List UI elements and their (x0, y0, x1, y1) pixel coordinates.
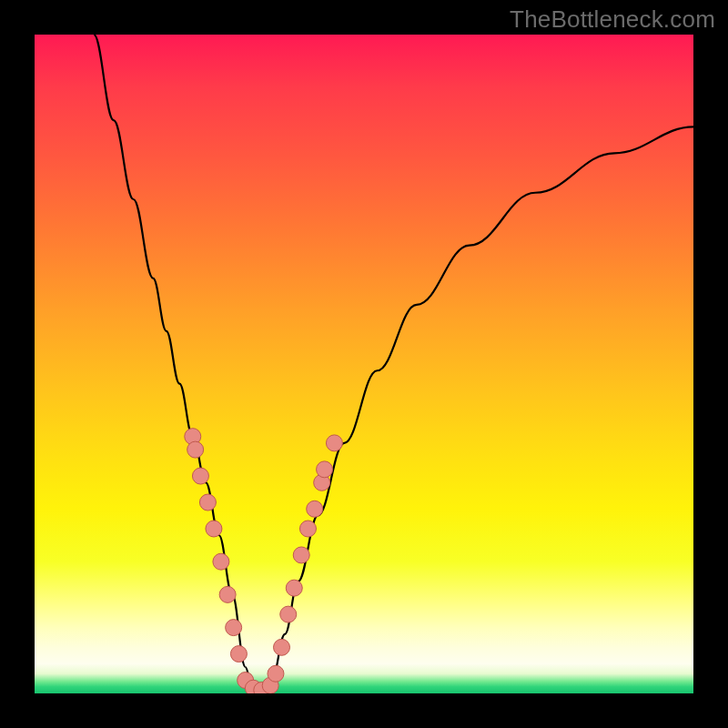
curve-group (94, 35, 693, 693)
data-dot (226, 620, 242, 636)
data-dot (187, 441, 204, 458)
data-dot (219, 586, 236, 602)
data-dot (268, 665, 284, 682)
data-dot (274, 639, 290, 655)
data-dot (293, 547, 309, 563)
curve-right-branch (272, 126, 693, 680)
data-dot (192, 468, 208, 484)
data-dot (299, 521, 316, 537)
data-dot (206, 521, 222, 537)
curve-left-branch (94, 35, 246, 667)
chart-svg (35, 35, 693, 693)
data-dot (230, 646, 247, 662)
data-dot (326, 435, 342, 451)
data-dots (185, 429, 343, 693)
data-dot (317, 461, 333, 478)
data-dot (213, 553, 229, 570)
watermark-text: TheBottleneck.com (510, 5, 715, 34)
chart-frame: TheBottleneck.com (0, 0, 728, 728)
data-dot (286, 580, 302, 596)
data-dot (307, 500, 323, 517)
chart-plot-area (35, 35, 693, 693)
data-dot (199, 494, 216, 511)
data-dot (280, 606, 297, 622)
